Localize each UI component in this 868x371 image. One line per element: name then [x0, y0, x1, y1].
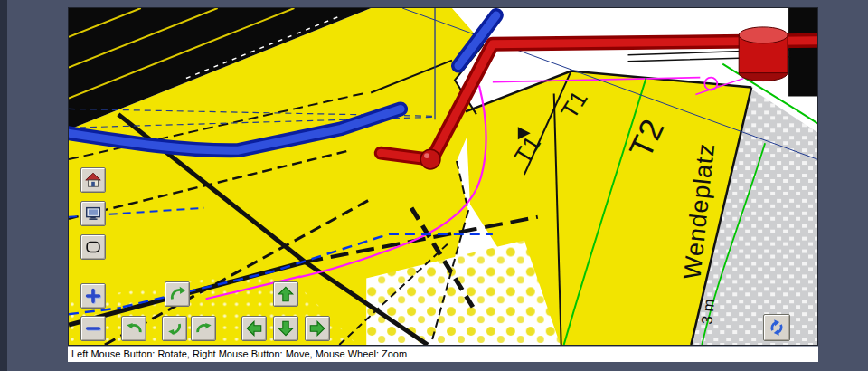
zoom-in-icon: [84, 287, 102, 305]
pan-up-button[interactable]: [273, 281, 298, 307]
red-shaft-cylinder: [739, 27, 788, 81]
refresh-button[interactable]: [763, 314, 790, 341]
rotate-right-button[interactable]: [191, 316, 216, 341]
rotate-down-button[interactable]: [162, 316, 187, 341]
pan-right-button[interactable]: [305, 316, 330, 341]
map-viewport[interactable]: T1 T1 T2 Wendeplatz 3 m: [68, 7, 818, 346]
pan-right-icon: [308, 319, 326, 338]
status-bar-text: Left Mouse Button: Rotate, Right Mouse B…: [71, 348, 407, 359]
pan-up-icon: [277, 285, 295, 303]
home-view-button[interactable]: [80, 167, 106, 193]
rotate-down-icon: [165, 319, 184, 338]
zoom-out-button[interactable]: [80, 316, 106, 341]
rotate-left-icon: [125, 319, 143, 338]
window-frame-edge: [0, 0, 7, 371]
status-bar: Left Mouse Button: Rotate, Right Mouse B…: [68, 346, 818, 362]
fit-extent-button[interactable]: [80, 234, 106, 260]
rotate-up-button[interactable]: [165, 281, 190, 307]
pan-left-icon: [245, 319, 263, 338]
home-icon: [84, 171, 102, 189]
zoom-in-button[interactable]: [80, 283, 106, 309]
rotate-right-icon: [194, 319, 212, 338]
rotate-up-icon: [168, 285, 186, 303]
label-3m: 3 m: [698, 299, 718, 326]
pan-left-button[interactable]: [241, 316, 267, 341]
pan-down-button[interactable]: [273, 316, 298, 341]
rotate-left-button[interactable]: [121, 316, 146, 341]
pan-down-icon: [277, 319, 295, 338]
screen-view-button[interactable]: [80, 201, 106, 226]
fit-rectangle-icon: [84, 238, 102, 256]
screen-icon: [84, 205, 102, 223]
zoom-out-icon: [84, 319, 102, 338]
refresh-icon: [768, 319, 786, 337]
